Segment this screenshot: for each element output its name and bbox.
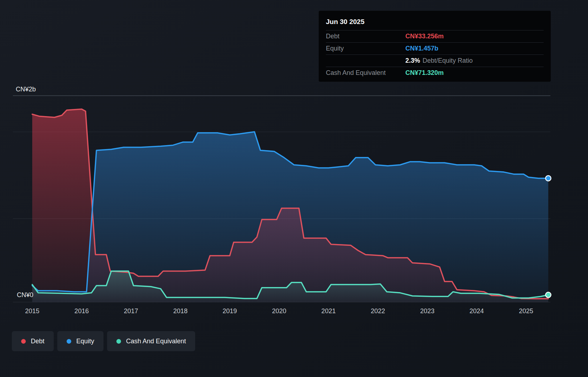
x-axis-tick: 2023 (420, 307, 434, 315)
x-axis-tick: 2021 (321, 307, 336, 315)
tooltip-date: Jun 30 2025 (326, 16, 544, 30)
tooltip-equity-value: CN¥1.457b (405, 45, 438, 52)
equity-legend-dot-icon (67, 339, 71, 344)
legend-cash-label: Cash And Equivalent (126, 338, 186, 345)
tooltip-cash-row: Cash And Equivalent CN¥71.320m (326, 67, 544, 79)
chart-page: CN¥2b CN¥0 20152016201720182019202020212… (0, 0, 588, 377)
tooltip-debt-label: Debt (326, 33, 405, 40)
x-axis-tick: 2015 (25, 307, 39, 315)
tooltip-debt-row: Debt CN¥33.256m (326, 30, 544, 42)
x-axis-tick: 2018 (173, 307, 188, 315)
end-marker-cash-and-equivalent (546, 292, 551, 297)
y-axis-label-top: CN¥2b (16, 86, 36, 93)
tooltip: Jun 30 2025 Debt CN¥33.256m Equity CN¥1.… (319, 11, 551, 82)
legend-debt-label: Debt (31, 338, 44, 345)
end-marker-equity (546, 176, 551, 181)
tooltip-ratio-label: Debt/Equity Ratio (423, 57, 473, 65)
tooltip-ratio-row: 2.3% Debt/Equity Ratio (326, 54, 544, 67)
legend: Debt Equity Cash And Equivalent (12, 331, 195, 351)
debt-legend-dot-icon (21, 339, 26, 344)
legend-item-equity[interactable]: Equity (57, 331, 103, 351)
tooltip-debt-value: CN¥33.256m (405, 33, 444, 40)
x-axis-tick: 2019 (223, 307, 237, 315)
tooltip-equity-label: Equity (326, 45, 405, 52)
x-axis-tick: 2025 (519, 307, 533, 315)
legend-equity-label: Equity (76, 338, 94, 345)
cash-legend-dot-icon (116, 339, 121, 344)
tooltip-cash-label: Cash And Equivalent (326, 69, 405, 77)
x-axis-tick: 2024 (469, 307, 484, 315)
x-axis-tick: 2017 (124, 307, 138, 315)
tooltip-cash-value: CN¥71.320m (405, 69, 444, 77)
legend-item-cash[interactable]: Cash And Equivalent (107, 331, 195, 351)
x-axis-tick: 2022 (371, 307, 385, 315)
x-axis-tick: 2016 (74, 307, 89, 315)
y-axis-label-zero: CN¥0 (17, 291, 33, 299)
tooltip-equity-row: Equity CN¥1.457b (326, 42, 544, 54)
tooltip-ratio-value: 2.3% (405, 57, 420, 65)
x-axis-tick: 2020 (272, 307, 286, 315)
legend-item-debt[interactable]: Debt (12, 331, 54, 351)
